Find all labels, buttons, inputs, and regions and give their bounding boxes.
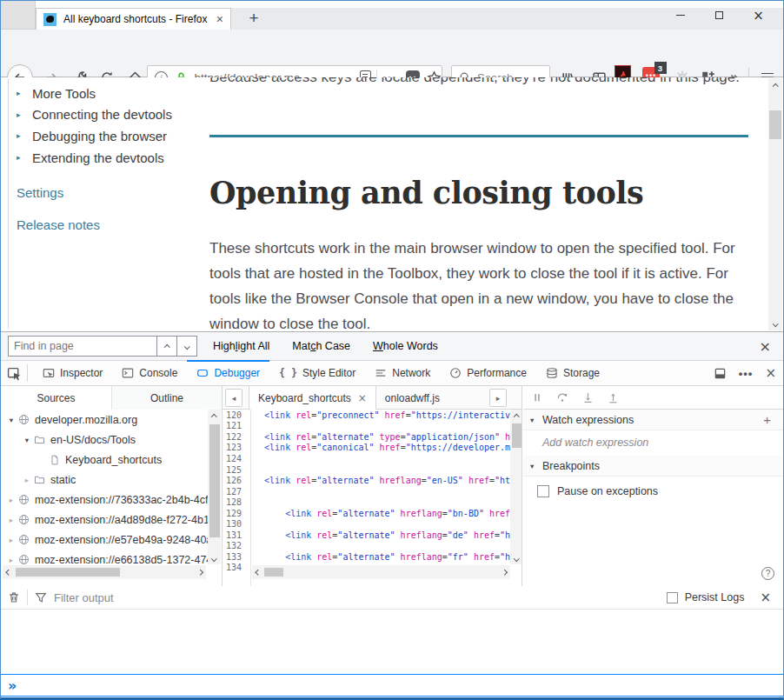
code-line[interactable]: 129 <link rel="alternate" hreflang="bn-B… — [223, 508, 510, 519]
line-number[interactable]: 121 — [223, 421, 247, 430]
editor-tab-keyboard_shortcuts[interactable]: Keyboard_shortcuts× — [249, 386, 376, 410]
tree-expander-icon[interactable]: ▸ — [4, 496, 18, 504]
step-over-icon[interactable] — [556, 391, 568, 403]
code-line[interactable]: 132 — [223, 541, 510, 552]
new-tab-button[interactable]: + — [243, 8, 265, 30]
find-option-highlight-all[interactable]: Highlight All — [213, 340, 269, 352]
expand-triangle-icon[interactable]: ▸ — [17, 131, 32, 140]
source-tree-item[interactable]: ▸moz-extension://e57eb49a-9248-40a6 — [1, 530, 208, 550]
maximize-button[interactable] — [700, 4, 739, 27]
devtools-close-icon[interactable]: × — [765, 365, 776, 381]
editor-tab-onloadwff.js[interactable]: onloadwff.js — [376, 386, 448, 410]
sidebar-link-settings[interactable]: Settings — [17, 185, 63, 200]
code-line[interactable]: 121 — [223, 421, 510, 432]
devtools-tab-performance[interactable]: Performance — [440, 361, 536, 386]
tree-expander-icon[interactable]: ▸ — [4, 556, 18, 564]
add-watch-icon[interactable]: + — [763, 412, 771, 427]
tree-expander-icon[interactable]: ▸ — [4, 516, 18, 524]
source-tree-item[interactable]: ▸moz-extension://a4d89d8e-f272-4b1e — [1, 510, 208, 530]
line-number[interactable]: 123 — [223, 443, 247, 452]
devtools-tab-network[interactable]: Network — [365, 361, 440, 386]
sources-horizontal-scrollbar[interactable] — [3, 565, 206, 579]
expand-triangle-icon[interactable]: ▸ — [17, 153, 32, 162]
find-option-whole-words[interactable]: Whole Words — [373, 340, 438, 352]
minimize-button[interactable] — [661, 4, 700, 27]
scrollbar-thumb[interactable] — [769, 110, 781, 139]
line-number[interactable]: 124 — [223, 454, 247, 463]
devtools-tab-console[interactable]: Console — [112, 361, 187, 386]
scroll-down-icon[interactable] — [768, 317, 782, 330]
sidebar-item[interactable]: ▸Connecting the devtools — [17, 104, 203, 126]
line-number[interactable]: 120 — [223, 410, 247, 420]
trash-icon[interactable] — [1, 591, 27, 603]
code-line[interactable]: 122 <link rel="alternate" type="applicat… — [223, 431, 510, 443]
console-close-icon[interactable]: × — [760, 590, 771, 605]
code-line[interactable]: 130 — [223, 518, 510, 530]
console-input-row[interactable]: » — [1, 674, 783, 697]
page-scrollbar[interactable] — [768, 78, 782, 330]
code-line[interactable]: 127 — [223, 486, 510, 497]
pause-icon[interactable] — [532, 392, 542, 403]
find-next-button[interactable] — [177, 336, 197, 357]
find-option-match-case[interactable]: Match Case — [292, 340, 350, 352]
tree-expander-icon[interactable]: ▸ — [4, 536, 18, 544]
breakpoints-header[interactable]: ▾ Breakpoints — [523, 456, 783, 477]
devtools-tab-storage[interactable]: Storage — [536, 361, 609, 386]
node-picker-icon[interactable] — [1, 361, 27, 386]
watch-placeholder[interactable]: Add watch expression — [542, 437, 648, 449]
line-number[interactable]: 122 — [223, 432, 247, 442]
code-line[interactable]: 131 <link rel="alternate" hreflang="de" … — [223, 530, 510, 541]
line-number[interactable]: 132 — [223, 541, 247, 550]
scroll-down-icon[interactable] — [510, 552, 522, 564]
step-out-icon[interactable] — [608, 392, 619, 403]
find-close-icon[interactable]: × — [760, 338, 771, 355]
code-line[interactable]: 133 <link rel="alternate" hreflang="fr" … — [223, 551, 510, 563]
window-close-button[interactable]: × — [739, 4, 778, 27]
scroll-down-icon[interactable] — [208, 552, 221, 564]
sidebar-link-release-notes[interactable]: Release notes — [17, 217, 100, 232]
tab-outline[interactable]: Outline — [111, 386, 222, 410]
tree-expander-icon[interactable]: ▾ — [4, 416, 18, 424]
filter-funnel-icon[interactable] — [35, 591, 47, 603]
tab-sources[interactable]: Sources — [1, 386, 111, 410]
collapse-sources-icon[interactable]: ◂ — [225, 389, 243, 407]
sidebar-item[interactable]: ▸Extending the devtools — [17, 147, 203, 169]
devtools-tab-debugger[interactable]: Debugger — [187, 361, 269, 386]
line-number[interactable]: 129 — [223, 509, 247, 518]
source-tree-item[interactable]: ▸moz-extension://e66138d5-1372-474a — [1, 550, 208, 564]
source-tree-item[interactable]: ▸moz-extension://736333ac-2b4b-4cfc — [1, 490, 208, 510]
code-line[interactable]: 128 — [223, 497, 510, 508]
line-number[interactable]: 127 — [223, 487, 247, 497]
filter-output-placeholder[interactable]: Filter output — [54, 591, 114, 604]
sidebar-item[interactable]: ▸More Tools — [17, 83, 203, 104]
sources-vertical-scrollbar[interactable] — [208, 410, 221, 564]
expand-panes-icon[interactable]: ▸ — [489, 389, 507, 407]
expand-triangle-icon[interactable]: ▸ — [17, 89, 32, 97]
editor-horizontal-scrollbar[interactable] — [252, 565, 510, 579]
source-tree-item[interactable]: Keyboard_shortcuts — [1, 450, 208, 470]
tree-expander-icon[interactable]: ▸ — [20, 476, 34, 484]
editor-vertical-scrollbar[interactable] — [510, 410, 522, 564]
code-line[interactable]: 120 <link rel="preconnect" href="https:/… — [223, 410, 510, 421]
scroll-right-icon[interactable] — [194, 565, 206, 579]
dock-side-icon[interactable] — [714, 367, 727, 380]
line-number[interactable]: 128 — [223, 497, 247, 507]
source-tree-item[interactable]: ▾en-US/docs/Tools — [1, 430, 208, 450]
scroll-left-icon[interactable] — [3, 565, 15, 579]
tab-close-icon[interactable]: × — [358, 392, 367, 404]
code-line[interactable]: 124 — [223, 453, 510, 464]
code-line[interactable]: 126 <link rel="alternate" hreflang="en-U… — [223, 475, 510, 486]
devtools-tab-style-editor[interactable]: { }Style Editor — [269, 361, 365, 386]
scroll-up-icon[interactable] — [208, 410, 221, 422]
line-number[interactable]: 133 — [223, 552, 247, 562]
devtools-menu-icon[interactable]: ••• — [739, 367, 754, 380]
line-number[interactable]: 130 — [223, 519, 247, 529]
devtools-tab-inspector[interactable]: Inspector — [33, 361, 112, 386]
scroll-left-icon[interactable] — [252, 565, 264, 579]
tree-expander-icon[interactable]: ▾ — [20, 436, 34, 444]
code-line[interactable]: 123 <link rel="canonical" href="https://… — [223, 443, 510, 454]
scroll-up-icon[interactable] — [510, 410, 522, 422]
tab-close-icon[interactable]: × — [216, 12, 223, 26]
find-previous-button[interactable] — [157, 336, 177, 357]
expand-triangle-icon[interactable]: ▸ — [17, 110, 32, 119]
